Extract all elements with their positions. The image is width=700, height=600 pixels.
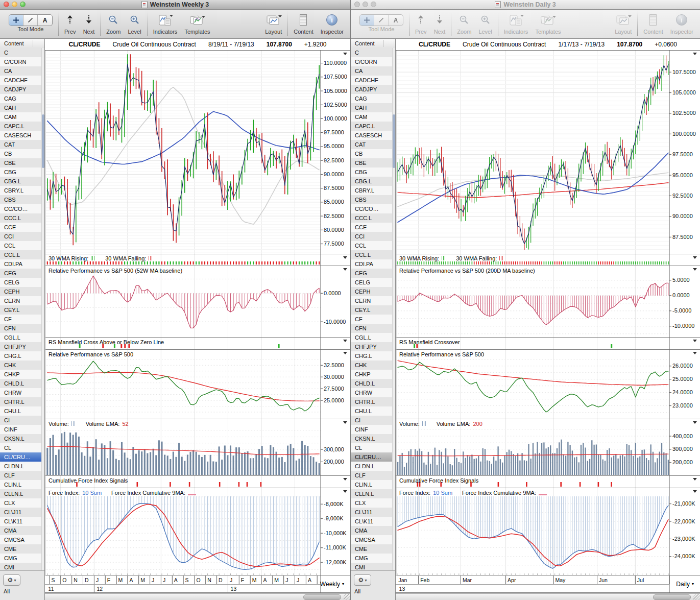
tool-pen-button[interactable] — [23, 15, 38, 26]
symbol-row[interactable]: CBS — [0, 195, 41, 204]
symbol-row[interactable]: CHK — [0, 361, 41, 370]
symbol-row[interactable]: CEY.L — [0, 305, 41, 315]
tool-text-button[interactable]: A — [389, 15, 403, 26]
symbol-row[interactable]: CEY.L — [351, 305, 392, 315]
symbol-row[interactable]: CAG — [351, 94, 392, 103]
symbol-row[interactable]: CL\K11 — [0, 517, 41, 526]
period-selector[interactable]: Weekly▾ — [320, 581, 344, 588]
symbol-row[interactable]: CMI — [351, 563, 392, 571]
symbol-row[interactable]: CBRY.L — [0, 186, 41, 195]
symbol-row[interactable]: C — [0, 48, 41, 57]
sidebar-header[interactable]: Content — [351, 39, 395, 49]
symbol-row[interactable]: CEG — [0, 269, 41, 278]
symbol-row[interactable]: CDI.PA — [0, 259, 41, 269]
symbol-row[interactable]: CHRW — [0, 388, 41, 397]
symbol-row[interactable]: CLDN.L — [0, 462, 41, 471]
symbol-row[interactable]: CHFJPY — [0, 342, 41, 351]
next-button[interactable]: Next — [434, 11, 446, 35]
content-button[interactable]: Content — [294, 11, 313, 35]
zoom-window-button[interactable] — [371, 2, 376, 7]
symbol-row[interactable]: CLLN.L — [0, 489, 41, 498]
symbol-row[interactable]: CCL — [0, 241, 41, 250]
symbol-row[interactable]: CELG — [0, 278, 41, 287]
period-selector[interactable]: Daily▾ — [676, 581, 694, 588]
symbol-row[interactable]: CKSN.L — [351, 434, 392, 443]
sidebar-scrollbar[interactable] — [392, 48, 395, 571]
symbol-row[interactable]: CINF — [0, 425, 41, 434]
symbol-row[interactable]: CF — [351, 315, 392, 324]
horizontal-scrollbar[interactable] — [45, 593, 350, 600]
symbol-row[interactable]: CME — [0, 544, 41, 554]
gear-action-button[interactable]: ⚙▾ — [354, 574, 371, 586]
symbol-row[interactable]: CLX — [0, 498, 41, 508]
symbol-list[interactable]: CC/CORNCACADCHFCADJPYCAGCAHCAMCAPC.LCASE… — [0, 48, 41, 571]
symbol-row[interactable]: CL\K11 — [351, 517, 392, 526]
symbol-row[interactable]: CGL.L — [351, 333, 392, 342]
symbol-row[interactable]: CINF — [351, 425, 392, 434]
chart-canvas[interactable]: SONDJFMAMJJASONDJFMAMJJA111213110.000010… — [45, 51, 350, 593]
symbol-row[interactable]: CADCHF — [351, 76, 392, 85]
symbol-row[interactable]: CAH — [0, 103, 41, 112]
symbol-row[interactable]: CLF — [0, 471, 41, 480]
symbol-row[interactable]: CEPH — [351, 287, 392, 296]
content-button[interactable]: Content — [643, 11, 663, 35]
symbol-row[interactable]: CADJPY — [351, 85, 392, 94]
symbol-row[interactable]: CCL.L — [351, 250, 392, 259]
symbol-row[interactable]: CAT — [0, 140, 41, 149]
symbol-row[interactable]: CHLD.L — [0, 379, 41, 388]
symbol-row[interactable]: CI — [351, 416, 392, 425]
symbol-row[interactable]: CME — [351, 544, 392, 554]
symbol-row[interactable]: CFN — [0, 324, 41, 333]
symbol-row[interactable]: CHG.L — [0, 351, 41, 361]
tool-pointer-button[interactable] — [9, 15, 23, 26]
symbol-row[interactable]: CAG — [0, 94, 41, 103]
symbol-row[interactable]: CASESCH — [0, 131, 41, 140]
sidebar-scrollbar-thumb[interactable] — [393, 114, 395, 168]
sidebar-header[interactable]: Content — [0, 39, 44, 49]
zoom-window-button[interactable] — [20, 2, 26, 7]
symbol-row[interactable]: CFN — [351, 324, 392, 333]
symbol-row[interactable]: CKSN.L — [0, 434, 41, 443]
symbol-row[interactable]: CGL.L — [0, 333, 41, 342]
minimize-button[interactable] — [12, 2, 17, 7]
symbol-row[interactable]: CMG — [351, 554, 392, 563]
indicators-button[interactable]: Indicators — [504, 11, 528, 35]
symbol-row[interactable]: CHK — [351, 361, 392, 370]
symbol-row[interactable]: CCE — [0, 223, 41, 232]
titlebar[interactable]: Weinstein Daily 3 — [351, 0, 700, 10]
symbol-row[interactable]: CHRW — [351, 388, 392, 397]
symbol-row[interactable]: CBRY.L — [351, 186, 392, 195]
symbol-row[interactable]: CCI — [351, 232, 392, 241]
zoom-in-button[interactable]: Level — [478, 11, 492, 35]
symbol-row[interactable]: CAT — [351, 140, 392, 149]
prev-button[interactable]: Prev — [415, 11, 427, 35]
titlebar[interactable]: Weinstein Weekly 3 — [0, 0, 350, 10]
symbol-row[interactable]: CBG — [351, 167, 392, 177]
symbol-row[interactable]: CBG.L — [351, 177, 392, 186]
symbol-row[interactable]: CASESCH — [351, 131, 392, 140]
horizontal-scrollbar[interactable] — [396, 593, 700, 600]
symbol-row[interactable]: CHTR.L — [351, 397, 392, 406]
symbol-row[interactable]: CCL.L — [0, 250, 41, 259]
symbol-row[interactable]: CHKP — [351, 370, 392, 379]
layout-button[interactable]: Layout — [265, 11, 282, 35]
symbol-row[interactable]: CA — [0, 66, 41, 76]
symbol-row[interactable]: CA — [351, 66, 392, 76]
symbol-row[interactable]: CLX — [351, 498, 392, 508]
symbol-row[interactable]: CEPH — [0, 287, 41, 296]
horizontal-scrollbar-thumb[interactable] — [303, 594, 341, 600]
symbol-row[interactable]: CBG.L — [0, 177, 41, 186]
symbol-row[interactable]: CC/CO… — [0, 204, 41, 213]
symbol-row[interactable]: CI — [0, 416, 41, 425]
symbol-row[interactable]: CMI — [0, 563, 41, 571]
inspector-button[interactable]: i Inspector — [670, 11, 693, 35]
symbol-row[interactable]: CL\J11 — [351, 508, 392, 517]
templates-button[interactable]: Templates — [184, 11, 210, 35]
inspector-button[interactable]: i Inspector — [321, 11, 344, 35]
resize-grip[interactable] — [693, 594, 700, 600]
symbol-row[interactable]: CMA — [0, 526, 41, 535]
symbol-row[interactable]: CMA — [351, 526, 392, 535]
symbol-row[interactable]: CADCHF — [0, 76, 41, 85]
symbol-row[interactable]: CMCSA — [0, 535, 41, 544]
symbol-row[interactable]: CHLD.L — [351, 379, 392, 388]
